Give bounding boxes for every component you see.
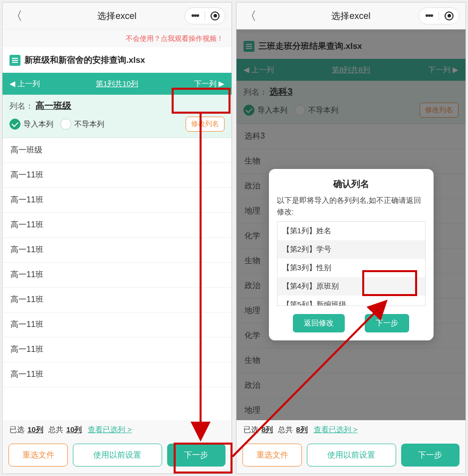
import-radio[interactable] bbox=[9, 119, 20, 130]
prev-column-button[interactable]: ◀ 上一列 bbox=[2, 79, 47, 89]
close-miniprogram-icon[interactable] bbox=[439, 11, 459, 20]
use-previous-settings-button[interactable]: 使用以前设置 bbox=[73, 444, 162, 467]
view-selected-link[interactable]: 查看已选列 > bbox=[314, 425, 358, 435]
use-previous-settings-button[interactable]: 使用以前设置 bbox=[307, 444, 396, 467]
data-row: 高一11班 bbox=[2, 188, 232, 213]
modal-column-list[interactable]: 【第1列】姓名【第2列】学号【第3列】性别【第4列】原班别【第5列】新编班级 bbox=[277, 221, 426, 306]
reselect-file-button[interactable]: 重选文件 bbox=[242, 444, 302, 467]
footer-buttons: 重选文件 使用以前设置 下一步 bbox=[2, 440, 232, 474]
next-step-button[interactable]: 下一步 bbox=[401, 444, 460, 467]
data-row: 高一11班 bbox=[2, 337, 232, 362]
column-indicator[interactable]: 第1列共10列 bbox=[96, 79, 138, 89]
modal-list-item: 【第1列】姓名 bbox=[277, 222, 425, 240]
skip-label: 不导本列 bbox=[74, 120, 104, 129]
phone-right: 〈 选择excel ••• 三班走班分班结果查询.xlsx ◀ 上一列 第8列共… bbox=[236, 2, 466, 474]
edit-column-name-button[interactable]: 修改列名 bbox=[186, 117, 225, 132]
help-video-link[interactable]: 不会使用？点我观看操作视频！ bbox=[2, 29, 232, 47]
modal-description: 以下是即将导入的各列列名,如不正确请返回修改: bbox=[277, 195, 426, 217]
next-column-label: 下一列 bbox=[194, 79, 217, 89]
footer-buttons: 重选文件 使用以前设置 下一步 bbox=[236, 440, 466, 474]
column-name-row: 列名： 高一班级 bbox=[9, 100, 225, 112]
file-row: 新班级和新宿舍的安排查询.xlsx bbox=[2, 47, 232, 73]
file-name: 新班级和新宿舍的安排查询.xlsx bbox=[24, 54, 145, 66]
modal-list-item: 【第5列】新编班级 bbox=[277, 296, 425, 306]
back-icon[interactable]: 〈 bbox=[244, 8, 256, 24]
modal-list-item: 【第3列】性别 bbox=[277, 259, 425, 277]
data-preview-list[interactable]: 高一班级高一11班高一11班高一11班高一11班高一11班高一11班高一11班高… bbox=[2, 138, 232, 420]
column-nav: ◀ 上一列 第1列共10列 下一列 ▶ bbox=[2, 73, 232, 95]
confirm-columns-modal: 确认列名 以下是即将导入的各列列名,如不正确请返回修改: 【第1列】姓名【第2列… bbox=[269, 169, 434, 340]
data-row: 高一11班 bbox=[2, 313, 232, 337]
reselect-file-button[interactable]: 重选文件 bbox=[8, 444, 68, 467]
data-row: 高一11班 bbox=[2, 362, 232, 387]
phone-left: 〈 选择excel ••• 不会使用？点我观看操作视频！ 新班级和新宿舍的安排查… bbox=[2, 2, 232, 474]
import-options-row: 导入本列 不导本列 修改列名 bbox=[9, 117, 225, 132]
header: 〈 选择excel ••• bbox=[2, 2, 232, 29]
modal-next-button[interactable]: 下一步 bbox=[365, 314, 409, 332]
selected-prefix: 已选 bbox=[9, 425, 24, 435]
close-miniprogram-icon[interactable] bbox=[205, 11, 225, 20]
next-column-button[interactable]: 下一列 ▶ bbox=[187, 79, 232, 89]
next-step-button[interactable]: 下一步 bbox=[167, 444, 226, 467]
modal-buttons: 返回修改 下一步 bbox=[277, 314, 426, 332]
total-prefix: 总共 bbox=[278, 425, 293, 435]
modal-list-item: 【第2列】学号 bbox=[277, 240, 425, 259]
page-title: 选择excel bbox=[97, 10, 136, 22]
header: 〈 选择excel ••• bbox=[236, 2, 466, 29]
data-row: 高一11班 bbox=[2, 213, 232, 238]
data-row: 高一11班 bbox=[2, 238, 232, 263]
data-row: 高一11班 bbox=[2, 163, 232, 188]
data-row: 高一11班 bbox=[2, 263, 232, 288]
back-icon[interactable]: 〈 bbox=[10, 8, 22, 24]
column-name: 高一班级 bbox=[35, 101, 71, 111]
column-info-panel: 列名： 高一班级 导入本列 不导本列 修改列名 bbox=[2, 95, 232, 138]
body: 三班走班分班结果查询.xlsx ◀ 上一列 第8列共8列 下一列 ▶ 列名： 选… bbox=[236, 29, 466, 420]
more-icon[interactable]: ••• bbox=[185, 10, 205, 21]
more-icon[interactable]: ••• bbox=[419, 10, 439, 21]
miniprogram-capsule: ••• bbox=[419, 7, 460, 24]
page-title: 选择excel bbox=[331, 10, 370, 22]
selected-count: 8列 bbox=[261, 425, 273, 435]
modal-back-button[interactable]: 返回修改 bbox=[293, 314, 345, 332]
footer-info: 已选10列 总共10列 查看已选列 > bbox=[2, 420, 232, 440]
total-prefix: 总共 bbox=[48, 425, 63, 435]
modal-list-item: 【第4列】原班别 bbox=[277, 277, 425, 296]
excel-file-icon bbox=[9, 55, 20, 66]
view-selected-link[interactable]: 查看已选列 > bbox=[88, 425, 132, 435]
miniprogram-capsule: ••• bbox=[185, 7, 226, 24]
selected-prefix: 已选 bbox=[243, 425, 258, 435]
modal-title: 确认列名 bbox=[277, 178, 426, 190]
footer-info: 已选8列 总共8列 查看已选列 > bbox=[236, 420, 466, 440]
skip-radio[interactable] bbox=[60, 119, 71, 130]
import-label: 导入本列 bbox=[23, 120, 53, 129]
import-options: 导入本列 不导本列 bbox=[9, 119, 104, 130]
data-row: 高一11班 bbox=[2, 288, 232, 313]
comparison-stage: 〈 选择excel ••• 不会使用？点我观看操作视频！ 新班级和新宿舍的安排查… bbox=[2, 2, 466, 474]
column-label-prefix: 列名： bbox=[9, 102, 33, 110]
total-count: 10列 bbox=[66, 425, 82, 435]
data-row: 高一班级 bbox=[2, 138, 232, 163]
body: 不会使用？点我观看操作视频！ 新班级和新宿舍的安排查询.xlsx ◀ 上一列 第… bbox=[2, 29, 232, 420]
selected-count: 10列 bbox=[27, 425, 43, 435]
prev-column-label: 上一列 bbox=[17, 79, 40, 89]
total-count: 8列 bbox=[296, 425, 307, 435]
